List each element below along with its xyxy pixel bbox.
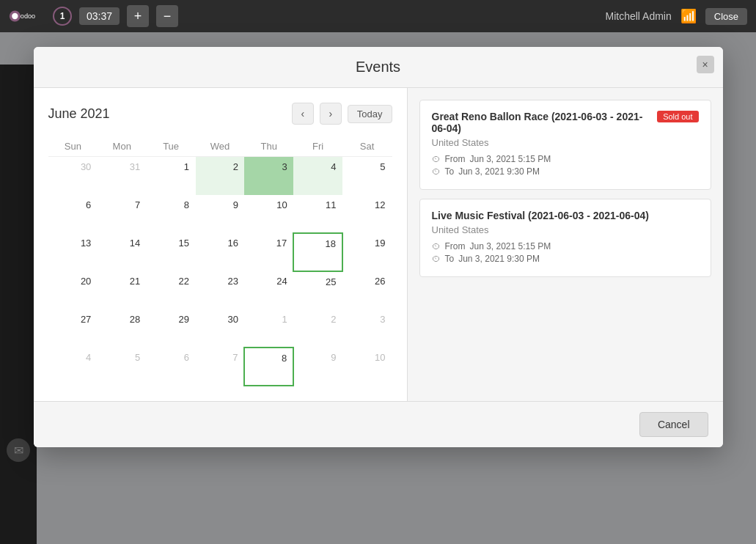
event-location: United States [432,137,699,148]
to-label: To [445,254,455,264]
today-button[interactable]: Today [348,105,392,123]
weekday-fri: Fri [293,136,342,157]
clock-icon: ⏲ [432,154,441,164]
calendar-day[interactable]: 3 [342,309,392,348]
weekday-wed: Wed [196,136,245,157]
calendar-day[interactable]: 4 [293,157,342,195]
calendar-day[interactable]: 29 [147,309,196,348]
calendar-weekday-row: Sun Mon Tue Wed Thu Fri Sat [48,136,392,157]
calendar-day[interactable]: 14 [98,233,147,271]
sold-out-badge: Sold out [657,111,698,122]
calendar-day[interactable]: 20 [48,271,98,309]
clock-icon: ⏲ [432,241,441,251]
calendar-day[interactable]: 19 [342,233,392,271]
timer-display: 03:37 [79,7,120,25]
timer-badge: 1 [53,7,72,26]
calendar-day[interactable]: 12 [342,195,392,233]
calendar-day[interactable]: 1 [244,309,293,348]
events-dialog: Events × June 2021 ‹ › Today [34,47,723,447]
clock-icon: ⏲ [432,254,441,264]
odoo-logo: odoo [9,3,45,29]
weekday-tue: Tue [147,136,196,157]
weekday-sat: Sat [342,136,392,157]
calendar-day[interactable]: 6 [147,348,196,386]
next-month-button[interactable]: › [320,103,342,125]
calendar-panel: June 2021 ‹ › Today Sun Mon [34,88,408,401]
calendar-day[interactable]: 9 [196,195,245,233]
calendar-week-row: 13141516171819 [48,233,392,271]
calendar-day[interactable]: 27 [48,309,98,348]
calendar-day[interactable]: 7 [196,348,245,386]
top-bar-right: Mitchell Admin 📶 Close [605,8,747,25]
calendar-day[interactable]: 2 [196,157,245,195]
calendar-day[interactable]: 1 [147,157,196,195]
event-from-time: ⏲FromJun 3, 2021 5:15 PM [432,154,699,164]
calendar-day[interactable]: 10 [244,195,293,233]
event-to-time: ⏲ToJun 3, 2021 9:30 PM [432,166,699,177]
admin-name: Mitchell Admin [605,10,671,22]
event-title: Live Music Festival (2021-06-03 - 2021-0… [432,210,699,221]
calendar-day[interactable]: 8 [244,348,293,386]
calendar-day[interactable]: 22 [147,271,196,309]
calendar-day[interactable]: 30 [196,309,245,348]
event-to-time: ⏲ToJun 3, 2021 9:30 PM [432,254,699,264]
calendar-day[interactable]: 5 [342,157,392,195]
calendar-day[interactable]: 24 [244,271,293,309]
calendar-day[interactable]: 7 [98,195,147,233]
calendar-day[interactable]: 4 [48,348,98,386]
calendar-day[interactable]: 11 [293,195,342,233]
dialog-title: Events [356,59,400,75]
dialog-footer: Cancel [34,401,723,447]
calendar-day[interactable]: 28 [98,309,147,348]
event-card-header: Live Music Festival (2021-06-03 - 2021-0… [432,210,699,221]
wifi-icon: 📶 [680,8,697,24]
calendar-day[interactable]: 17 [244,233,293,271]
event-location: United States [432,224,699,235]
event-card[interactable]: Great Reno Ballon Race (2021-06-03 - 202… [419,100,711,190]
calendar-day[interactable]: 18 [293,233,342,271]
calendar-day[interactable]: 10 [342,348,392,386]
svg-text:odoo: odoo [21,12,35,20]
calendar-day[interactable]: 30 [48,157,98,195]
calendar-week-row: 45678910 [48,348,392,386]
calendar-day[interactable]: 25 [293,271,342,309]
topbar-close-button[interactable]: Close [705,8,747,25]
weekday-mon: Mon [98,136,147,157]
add-button[interactable]: + [127,5,149,27]
events-panel: Great Reno Ballon Race (2021-06-03 - 202… [408,88,723,401]
minus-button[interactable]: − [156,5,178,27]
calendar-day[interactable]: 16 [196,233,245,271]
calendar-day[interactable]: 21 [98,271,147,309]
prev-month-button[interactable]: ‹ [292,103,314,125]
calendar-grid: Sun Mon Tue Wed Thu Fri Sat 303112345678… [48,136,392,386]
calendar-day[interactable]: 5 [98,348,147,386]
calendar-day[interactable]: 15 [147,233,196,271]
top-bar-left: odoo 1 03:37 + − [9,3,178,29]
event-card[interactable]: Live Music Festival (2021-06-03 - 2021-0… [419,199,711,277]
calendar-day[interactable]: 8 [147,195,196,233]
calendar-day[interactable]: 23 [196,271,245,309]
from-date: Jun 3, 2021 5:15 PM [470,154,551,164]
weekday-thu: Thu [244,136,293,157]
calendar-week-row: 20212223242526 [48,271,392,309]
to-date: Jun 3, 2021 9:30 PM [458,166,540,177]
calendar-day[interactable]: 6 [48,195,98,233]
calendar-title: June 2021 [48,106,286,122]
calendar-day[interactable]: 26 [342,271,392,309]
calendar-day[interactable]: 13 [48,233,98,271]
dialog-overlay: Events × June 2021 ‹ › Today [0,32,756,544]
calendar-week-row: 303112345 [48,157,392,195]
top-bar: odoo 1 03:37 + − Mitchell Admin 📶 Close [0,0,756,32]
dialog-body: June 2021 ‹ › Today Sun Mon [34,87,723,401]
calendar-day[interactable]: 3 [244,157,293,195]
odoo-logo-svg: odoo [9,3,45,29]
event-card-header: Great Reno Ballon Race (2021-06-03 - 202… [432,111,699,134]
calendar-day[interactable]: 31 [98,157,147,195]
calendar-day[interactable]: 9 [293,348,342,386]
clock-icon: ⏲ [432,166,441,177]
dialog-close-button[interactable]: × [697,56,714,73]
event-from-time: ⏲FromJun 3, 2021 5:15 PM [432,241,699,251]
calendar-day[interactable]: 2 [293,309,342,348]
cancel-button[interactable]: Cancel [639,412,708,437]
from-label: From [445,241,466,251]
